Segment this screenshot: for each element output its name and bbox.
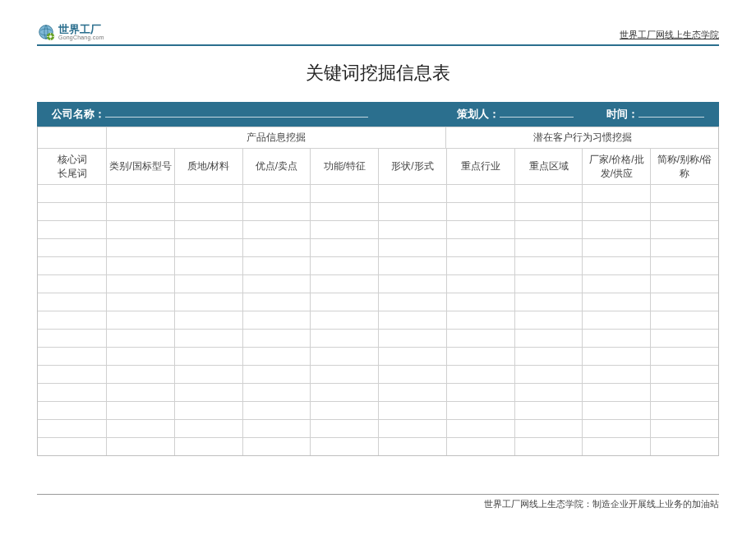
row-label-cell	[38, 239, 107, 256]
data-cell	[583, 293, 651, 311]
company-blank	[105, 107, 368, 118]
planner-label: 策划人：	[457, 107, 500, 122]
data-cell	[175, 311, 243, 329]
page-title: 关键词挖掘信息表	[37, 61, 719, 85]
data-cell	[651, 420, 718, 437]
data-cell	[651, 366, 718, 383]
data-cell	[175, 239, 243, 256]
data-cell	[651, 402, 718, 419]
data-cell	[311, 438, 379, 455]
data-cell	[447, 384, 515, 401]
data-cell	[311, 275, 379, 293]
data-cell	[379, 275, 447, 293]
svg-point-2	[49, 35, 52, 38]
data-cell	[515, 311, 583, 329]
table-row	[38, 311, 718, 329]
data-cell	[175, 348, 243, 365]
table-row	[38, 293, 718, 311]
data-cell	[243, 366, 311, 383]
data-cell	[583, 438, 651, 455]
row-label-cell	[38, 402, 107, 419]
data-cell	[243, 384, 311, 401]
data-cell	[447, 311, 515, 329]
data-cell	[515, 420, 583, 437]
col-header-4: 形状/形式	[379, 149, 447, 184]
longtail-word-label: 长尾词	[58, 167, 87, 181]
data-cell	[379, 384, 447, 401]
data-cell	[447, 257, 515, 274]
table-row	[38, 347, 718, 365]
data-cell	[379, 402, 447, 419]
data-cell	[311, 348, 379, 365]
data-cell	[583, 366, 651, 383]
data-cell	[447, 221, 515, 238]
col-header-7: 厂家/价格/批发/供应	[583, 149, 651, 184]
time-label: 时间：	[606, 107, 638, 122]
data-cell	[107, 203, 175, 220]
info-bar: 公司名称： 策划人： 时间：	[37, 102, 719, 127]
data-cell	[311, 384, 379, 401]
data-cell	[311, 221, 379, 238]
data-cell	[175, 185, 243, 202]
data-table: 产品信息挖掘 潜在客户行为习惯挖掘 核心词长尾词类别/国标型号质地/材料优点/卖…	[37, 127, 719, 456]
table-row	[38, 401, 718, 419]
row-label-cell	[38, 366, 107, 383]
core-word-label: 核心词	[58, 153, 87, 167]
row-label-cell	[38, 311, 107, 329]
data-cell	[311, 402, 379, 419]
data-cell	[107, 257, 175, 274]
page-footer: 世界工厂网线上生态学院：制造企业开展线上业务的加油站	[37, 494, 719, 510]
data-cell	[447, 402, 515, 419]
data-cell	[583, 221, 651, 238]
data-cell	[379, 185, 447, 202]
data-cell	[583, 348, 651, 365]
data-cell	[243, 438, 311, 455]
data-cell	[583, 275, 651, 293]
data-cell	[515, 402, 583, 419]
data-cell	[175, 330, 243, 347]
data-cell	[515, 293, 583, 311]
logo-text-cn: 世界工厂	[58, 24, 104, 35]
data-cell	[583, 330, 651, 347]
data-cell	[107, 239, 175, 256]
planner-field: 策划人：	[457, 107, 574, 122]
group-header-1: 产品信息挖掘	[107, 127, 446, 148]
data-cell	[379, 420, 447, 437]
data-cell	[515, 203, 583, 220]
data-cell	[243, 420, 311, 437]
data-cell	[447, 239, 515, 256]
logo-text-en: GongChang.com	[58, 35, 104, 40]
data-cell	[175, 221, 243, 238]
row-label-cell	[38, 203, 107, 220]
data-cell	[379, 348, 447, 365]
data-cell	[175, 275, 243, 293]
data-cell	[651, 221, 718, 238]
data-cell	[175, 366, 243, 383]
logo: 世界工厂 GongChang.com	[37, 23, 104, 41]
data-cell	[379, 293, 447, 311]
row-label-cell	[38, 221, 107, 238]
time-field: 时间：	[606, 107, 704, 122]
data-cell	[243, 402, 311, 419]
data-cell	[447, 348, 515, 365]
data-cell	[583, 203, 651, 220]
data-cell	[515, 221, 583, 238]
data-cell	[651, 293, 718, 311]
data-cell	[583, 384, 651, 401]
header-right-link: 世界工厂网线上生态学院	[620, 29, 719, 41]
data-cell	[515, 366, 583, 383]
data-cell	[651, 311, 718, 329]
data-cell	[515, 239, 583, 256]
table-row	[38, 365, 718, 383]
time-blank	[638, 107, 704, 118]
data-cell	[107, 275, 175, 293]
data-cell	[311, 420, 379, 437]
col-header-0: 类别/国标型号	[107, 149, 175, 184]
data-cell	[311, 203, 379, 220]
data-cell	[243, 293, 311, 311]
data-cell	[379, 438, 447, 455]
top-bar: 世界工厂 GongChang.com 世界工厂网线上生态学院	[37, 23, 719, 46]
data-cell	[379, 330, 447, 347]
data-cell	[515, 384, 583, 401]
row-label-cell	[38, 330, 107, 347]
